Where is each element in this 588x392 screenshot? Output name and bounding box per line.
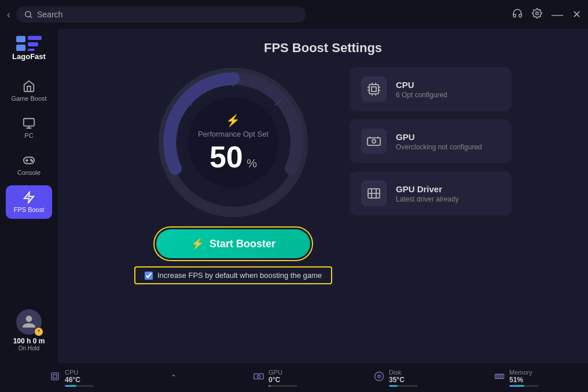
avatar-pin: 📍 bbox=[35, 328, 43, 336]
sidebar-item-pc[interactable]: PC bbox=[6, 111, 52, 145]
sidebar: LagoFast Game Boost PC bbox=[0, 29, 58, 363]
disk-stat-label: Disk bbox=[389, 369, 418, 376]
disk-stat-icon bbox=[374, 371, 384, 384]
content-body: ⚡ Performance Opt Set 50 % ⚡ Start Boost… bbox=[75, 67, 571, 284]
back-button[interactable]: ‹ bbox=[7, 9, 10, 21]
boost-icon: ⚡ bbox=[191, 237, 204, 250]
svg-rect-31 bbox=[368, 138, 380, 145]
memory-stat-label: Memory bbox=[509, 369, 538, 376]
memory-stat-info: Memory 51% bbox=[509, 369, 538, 387]
memory-stat-bar-fill bbox=[509, 385, 524, 387]
fps-default-label: Increase FPS by default when boosting th… bbox=[157, 271, 322, 280]
svg-rect-21 bbox=[369, 85, 378, 94]
svg-rect-5 bbox=[28, 36, 42, 40]
cpu-stat-bar-fill bbox=[65, 385, 76, 387]
sidebar-item-label: Console bbox=[17, 169, 41, 176]
cpu-card-subtitle: 6 Opt configured bbox=[396, 91, 447, 99]
sidebar-item-label: FPS Boost bbox=[14, 206, 45, 213]
user-time: 100 h 0 m bbox=[13, 337, 45, 345]
gpu-card[interactable]: GPU Overclocking not configured bbox=[350, 119, 512, 163]
gauge-container: ⚡ Performance Opt Set 50 % bbox=[158, 67, 308, 218]
memory-stat-icon bbox=[494, 371, 505, 384]
avatar: 📍 bbox=[16, 309, 42, 335]
svg-point-2 bbox=[536, 12, 539, 15]
fps-icon bbox=[23, 191, 35, 204]
gauge-area: ⚡ Performance Opt Set 50 % ⚡ Start Boost… bbox=[134, 67, 332, 284]
cpu-card-text: CPU 6 Opt configured bbox=[396, 80, 447, 99]
search-label: Search bbox=[37, 10, 63, 19]
gpu-stat: GPU 0°C bbox=[253, 369, 297, 387]
logo-area: LagoFast bbox=[12, 35, 46, 61]
svg-rect-39 bbox=[52, 373, 58, 380]
cpu-stat-icon bbox=[50, 371, 60, 384]
disk-stat-value: 35°C bbox=[389, 376, 418, 384]
gauge-value: 50 bbox=[210, 140, 243, 174]
support-icon[interactable] bbox=[512, 8, 523, 21]
gpu-driver-card-text: GPU Driver Latest driver already bbox=[396, 184, 459, 203]
gpu-stat-value: 0°C bbox=[269, 376, 297, 384]
svg-rect-3 bbox=[16, 36, 25, 42]
home-icon bbox=[23, 80, 35, 93]
gpu-stat-bar bbox=[269, 385, 297, 387]
disk-stat-bar-fill bbox=[389, 385, 398, 387]
search-box[interactable]: Search bbox=[16, 6, 306, 23]
svg-rect-8 bbox=[24, 119, 34, 126]
gpu-card-text: GPU Overclocking not configured bbox=[396, 132, 482, 151]
sidebar-item-label: Game Boost bbox=[11, 95, 46, 102]
fps-default-checkbox-label[interactable]: Increase FPS by default when boosting th… bbox=[134, 266, 332, 284]
user-area: 📍 100 h 0 m On Hold bbox=[13, 303, 45, 357]
svg-rect-41 bbox=[254, 374, 264, 379]
svg-rect-4 bbox=[16, 45, 25, 51]
cpu-stat-value: 46°C bbox=[65, 376, 94, 384]
gauge-value-area: 50 % bbox=[198, 142, 269, 172]
sidebar-item-game-boost[interactable]: Game Boost bbox=[6, 74, 52, 108]
gpu-card-subtitle: Overclocking not configured bbox=[396, 143, 482, 151]
bottom-bar: CPU 46°C ⌃ GPU 0°C bbox=[0, 363, 588, 392]
cpu-stat-bar bbox=[65, 385, 94, 387]
fps-default-checkbox[interactable] bbox=[145, 272, 153, 280]
gpu-driver-card-subtitle: Latest driver already bbox=[396, 195, 459, 203]
disk-stat: Disk 35°C bbox=[374, 369, 418, 387]
title-bar: ‹ Search — ✕ bbox=[0, 0, 588, 29]
gpu-stat-icon bbox=[253, 371, 264, 384]
main-layout: LagoFast Game Boost PC bbox=[0, 29, 588, 363]
svg-marker-14 bbox=[24, 192, 34, 203]
gpu-card-title: GPU bbox=[396, 132, 482, 142]
svg-point-44 bbox=[378, 375, 381, 378]
gpu-driver-card-icon bbox=[361, 181, 387, 206]
gpu-driver-card-title: GPU Driver bbox=[396, 184, 459, 194]
gamepad-icon bbox=[23, 154, 35, 167]
minimize-button[interactable]: — bbox=[552, 9, 563, 20]
gpu-driver-card[interactable]: GPU Driver Latest driver already bbox=[350, 171, 512, 215]
user-status: On Hold bbox=[19, 345, 40, 351]
sidebar-item-console[interactable]: Console bbox=[6, 148, 52, 182]
gpu-stat-info: GPU 0°C bbox=[269, 369, 297, 387]
cpu-card[interactable]: CPU 6 Opt configured bbox=[350, 67, 512, 111]
title-bar-actions: — ✕ bbox=[512, 8, 581, 21]
start-booster-button[interactable]: ⚡ Start Booster bbox=[156, 229, 310, 258]
gauge-label: Performance Opt Set bbox=[198, 130, 269, 138]
logo-text: LagoFast bbox=[12, 52, 46, 61]
disk-stat-bar bbox=[389, 385, 418, 387]
buttons-area: ⚡ Start Booster Increase FPS by default … bbox=[134, 229, 332, 284]
memory-stat-value: 51% bbox=[509, 376, 538, 384]
svg-point-13 bbox=[32, 160, 33, 162]
page-title: FPS Boost Settings bbox=[75, 41, 571, 56]
bolt-icon: ⚡ bbox=[198, 113, 269, 127]
memory-stat-bar bbox=[509, 385, 538, 387]
close-button[interactable]: ✕ bbox=[572, 8, 581, 21]
disk-stat-info: Disk 35°C bbox=[389, 369, 418, 387]
expand-icon[interactable]: ⌃ bbox=[170, 373, 177, 382]
gpu-stat-bar-fill bbox=[269, 385, 270, 387]
svg-rect-40 bbox=[53, 375, 57, 378]
sidebar-item-label: PC bbox=[24, 132, 33, 139]
cpu-stat-info: CPU 46°C bbox=[65, 369, 94, 387]
right-panel: CPU 6 Opt configured GPU bbox=[350, 67, 512, 215]
main-content: FPS Boost Settings bbox=[58, 29, 588, 363]
start-booster-label: Start Booster bbox=[210, 238, 275, 250]
memory-stat: Memory 51% bbox=[494, 369, 538, 387]
svg-point-42 bbox=[258, 375, 260, 378]
svg-point-32 bbox=[372, 140, 376, 143]
sidebar-item-fps-boost[interactable]: FPS Boost bbox=[6, 185, 52, 219]
settings-icon[interactable] bbox=[532, 8, 542, 21]
